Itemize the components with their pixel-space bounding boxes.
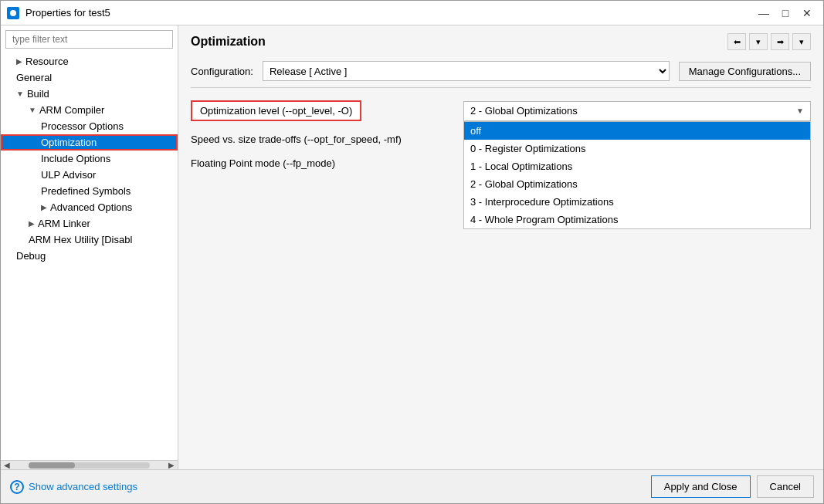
sidebar-item-processor-options[interactable]: Processor Options [1,118,178,134]
sidebar-item-label: ARM Hex Utility [Disabl [29,234,132,245]
svg-point-0 [10,10,16,16]
page-title: Optimization [191,35,266,49]
horizontal-scrollbar[interactable]: ◀ ▶ [1,460,178,469]
sidebar-item-label: Build [27,88,49,100]
forward-button[interactable]: ➡ [771,33,789,50]
titlebar: Properties for test5 — □ ✕ [1,1,823,25]
titlebar-left: Properties for test5 [7,7,110,19]
forward-dropdown-button[interactable]: ▾ [792,33,811,50]
sidebar-item-label: Processor Options [41,120,124,132]
speed-tradeoffs-label: Speed vs. size trade-offs (--opt_for_spe… [191,134,402,145]
window-controls: — □ ✕ [754,3,817,23]
sidebar-item-label: ARM Compiler [39,104,105,116]
optimization-level-select-container: 2 - Global Optimizations ▼ off 0 - Regis… [463,101,811,121]
sidebar-item-general[interactable]: General [1,69,178,86]
configuration-label: Configuration: [191,66,253,77]
sidebar-item-label: ARM Linker [38,218,90,229]
dropdown-item-opt1[interactable]: 1 - Local Optimizations [464,157,810,175]
scroll-right-arrow[interactable]: ▶ [165,461,178,469]
sidebar-item-label: Resource [25,56,69,67]
scrollbar-thumb[interactable] [29,462,75,468]
expand-icon: ▶ [16,57,22,66]
floating-point-label: Floating Point mode (--fp_mode) [191,157,335,169]
scrollbar-track [29,462,150,468]
dropdown-item-opt4[interactable]: 4 - Whole Program Optimizations [464,211,810,228]
sidebar-item-arm-linker[interactable]: ▶ ARM Linker [1,215,178,232]
app-icon [7,7,19,19]
configuration-select[interactable]: Release [ Active ] [263,61,670,81]
bottom-buttons: Apply and Close Cancel [651,475,814,498]
sidebar-item-build[interactable]: ▼ Build [1,86,178,102]
sidebar-item-resource[interactable]: ▶ Resource [1,53,178,69]
show-advanced-settings-link[interactable]: Show advanced settings [29,481,137,492]
scroll-left-arrow[interactable]: ◀ [1,461,13,469]
sidebar-item-advanced-options[interactable]: ▶ Advanced Options [1,199,178,215]
minimize-button[interactable]: — [754,3,774,23]
close-button[interactable]: ✕ [797,3,817,23]
optimization-level-dropdown[interactable]: 2 - Global Optimizations ▼ [463,101,811,121]
right-panel: Optimization ⬅ ▾ ➡ ▾ Configuration: Rele… [178,25,823,469]
back-button[interactable]: ⬅ [727,33,746,50]
right-header: Optimization ⬅ ▾ ➡ ▾ [178,25,823,55]
window-title: Properties for test5 [25,7,110,19]
expand-icon: ▶ [29,219,35,228]
dropdown-item-opt0[interactable]: 0 - Register Optimizations [464,140,810,157]
manage-configurations-button[interactable]: Manage Configurations... [679,62,811,81]
sidebar-item-ulp-advisor[interactable]: ULP Advisor [1,167,178,183]
optimization-level-value: 2 - Global Optimizations [470,105,578,117]
expand-icon: ▼ [29,106,36,114]
sidebar-item-label: Include Options [41,153,110,164]
content-area: Optimization level (--opt_level, -O) 2 -… [178,88,823,469]
main-content: ▶ Resource General ▼ Build ▼ ARM Compile… [1,25,823,469]
filter-input[interactable] [5,30,173,49]
dropdown-item-opt2[interactable]: 2 - Global Optimizations [464,175,810,193]
main-window: Properties for test5 — □ ✕ ▶ Resource Ge… [0,0,824,504]
optimization-dropdown-list: off 0 - Register Optimizations 1 - Local… [463,121,811,229]
bottom-bar: ? Show advanced settings Apply and Close… [1,469,823,503]
optimization-level-row: Optimization level (--opt_level, -O) 2 -… [191,100,811,121]
cancel-button[interactable]: Cancel [757,475,814,498]
header-toolbar: ⬅ ▾ ➡ ▾ [727,33,811,50]
expand-icon: ▶ [41,203,47,211]
expand-icon: ▼ [16,90,24,98]
help-icon: ? [10,480,24,494]
sidebar-item-label: Predefined Symbols [41,185,131,197]
sidebar-item-include-options[interactable]: Include Options [1,151,178,167]
apply-and-close-button[interactable]: Apply and Close [651,475,751,498]
dropdown-item-opt3[interactable]: 3 - Interprocedure Optimizations [464,193,810,211]
left-panel: ▶ Resource General ▼ Build ▼ ARM Compile… [1,25,178,469]
sidebar-item-label: Optimization [41,137,97,148]
sidebar-item-debug[interactable]: Debug [1,248,178,264]
sidebar-item-label: Debug [16,250,46,262]
dropdown-item-off[interactable]: off [464,122,810,140]
sidebar-item-predefined-symbols[interactable]: Predefined Symbols [1,183,178,199]
sidebar-item-label: General [16,72,52,83]
tree: ▶ Resource General ▼ Build ▼ ARM Compile… [1,53,178,460]
configuration-row: Configuration: Release [ Active ] Manage… [178,55,823,87]
sidebar-item-optimization[interactable]: Optimization [1,134,178,151]
sidebar-item-arm-compiler[interactable]: ▼ ARM Compiler [1,102,178,118]
sidebar-item-label: ULP Advisor [41,169,96,181]
sidebar-item-arm-hex-utility[interactable]: ARM Hex Utility [Disabl [1,232,178,248]
dropdown-arrow-icon: ▼ [796,107,804,115]
back-dropdown-button[interactable]: ▾ [749,33,768,50]
optimization-level-label: Optimization level (--opt_level, -O) [191,100,361,121]
sidebar-item-label: Advanced Options [50,201,132,213]
maximize-button[interactable]: □ [775,3,795,23]
show-advanced-section: ? Show advanced settings [10,480,137,494]
